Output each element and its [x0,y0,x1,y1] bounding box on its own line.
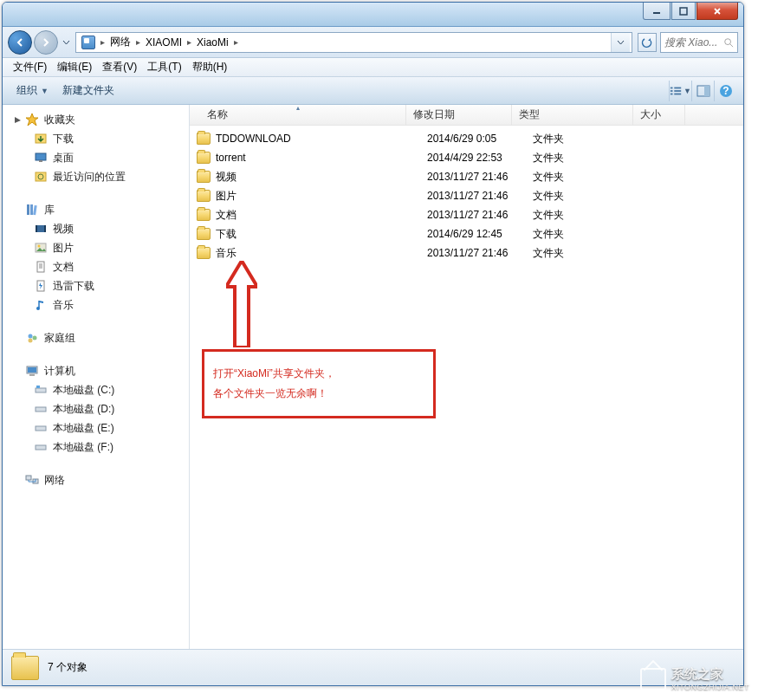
svg-rect-26 [37,262,44,272]
watermark: 系统之家 XITONGZHIJIA.NET [640,666,749,691]
drive-icon [34,402,48,416]
minimize-button[interactable] [643,3,671,20]
new-folder-button[interactable]: 新建文件夹 [55,80,121,101]
window-controls [643,3,743,26]
file-date: 2014/6/29 0:05 [427,133,533,145]
picture-icon [34,241,48,255]
file-date: 2013/11/27 21:46 [427,247,533,259]
file-type: 文件夹 [533,227,654,242]
close-button[interactable] [696,3,738,20]
address-dropdown[interactable] [611,33,630,52]
document-icon [34,260,48,274]
tree-drive-f[interactable]: 本地磁盘 (F:) [3,438,189,457]
svg-rect-8 [674,93,681,94]
tree-documents[interactable]: 文档 [3,257,189,276]
refresh-button[interactable] [638,33,657,52]
tree-computer[interactable]: 计算机 [3,361,189,380]
recent-icon [34,170,48,184]
search-box[interactable] [660,32,738,53]
collapse-icon[interactable] [13,115,23,125]
file-row[interactable]: 音乐2013/11/27 21:46文件夹 [190,243,743,262]
file-date: 2014/6/29 12:45 [427,228,533,240]
svg-rect-38 [36,426,46,431]
svg-rect-6 [674,90,681,92]
svg-rect-5 [671,90,673,92]
address-bar[interactable]: ▸ 网络 ▸ XIAOMI ▸ XiaoMi ▸ [75,32,632,53]
menu-file[interactable]: 文件(F) [8,58,52,76]
folder-icon [11,656,39,680]
svg-rect-40 [26,476,31,480]
tree-favorites[interactable]: 收藏夹 [3,110,189,129]
navigation-pane: 收藏夹 下载 桌面 最近访问的位置 库 视频 图片 文档 迅雷下载 音乐 [3,105,190,649]
preview-pane-button[interactable] [691,81,714,101]
file-row[interactable]: 视频2013/11/27 21:46文件夹 [190,167,743,186]
organize-button[interactable]: 组织 ▼ [10,80,55,101]
history-dropdown[interactable] [60,40,72,45]
column-date[interactable]: 修改日期 [406,105,512,125]
tree-network[interactable]: 网络 [3,470,189,489]
svg-rect-34 [29,374,35,376]
svg-rect-33 [28,367,36,373]
svg-rect-14 [36,153,46,160]
tree-desktop[interactable]: 桌面 [3,148,189,167]
svg-text:?: ? [722,85,729,97]
breadcrumb-xiaomi[interactable]: XiaoMi [193,35,232,50]
column-name[interactable]: 名称 [190,105,406,125]
explorer-window: ▸ 网络 ▸ XIAOMI ▸ XiaoMi ▸ 文件(F) 编辑(E) 查看(… [2,2,744,686]
file-date: 2013/11/27 21:46 [427,209,533,221]
file-row[interactable]: TDDOWNLOAD2014/6/29 0:05文件夹 [190,129,743,148]
drive-icon [34,421,48,435]
status-bar: 7 个对象 [3,649,743,685]
svg-rect-0 [653,12,660,14]
folder-icon [197,133,211,145]
file-view: 名称 修改日期 类型 大小 TDDOWNLOAD2014/6/29 0:05文件… [190,105,743,649]
file-date: 2013/11/27 21:46 [427,171,533,183]
menu-tools[interactable]: 工具(T) [142,58,186,76]
menu-help[interactable]: 帮助(H) [187,58,233,76]
svg-rect-1 [680,8,687,15]
xunlei-icon [34,279,48,293]
tree-libraries[interactable]: 库 [3,200,189,219]
breadcrumb-xiaomi-upper[interactable]: XIAOMI [142,35,185,50]
tree-pictures[interactable]: 图片 [3,238,189,257]
column-size[interactable]: 大小 [633,105,685,125]
breadcrumb-network[interactable]: 网络 [107,33,134,51]
file-name: TDDOWNLOAD [216,133,427,145]
column-headers: 名称 修改日期 类型 大小 [190,105,743,126]
watermark-icon [640,668,666,690]
help-button[interactable]: ? [714,81,736,101]
tree-downloads[interactable]: 下载 [3,129,189,148]
svg-point-28 [36,307,40,310]
column-type[interactable]: 类型 [512,105,633,125]
tree-drive-c[interactable]: 本地磁盘 (C:) [3,380,189,399]
back-button[interactable] [8,30,32,55]
forward-button[interactable] [34,30,58,55]
command-bar: 组织 ▼ 新建文件夹 ▼ ? [3,77,743,105]
computer-icon [25,364,39,378]
menu-edit[interactable]: 编辑(E) [52,58,97,76]
file-row[interactable]: torrent2014/4/29 22:53文件夹 [190,148,743,167]
svg-point-2 [725,38,731,44]
svg-rect-37 [36,407,46,412]
menu-view[interactable]: 查看(V) [97,58,142,76]
tree-music[interactable]: 音乐 [3,295,189,314]
maximize-button[interactable] [671,3,696,20]
svg-rect-7 [671,93,673,94]
svg-rect-22 [36,225,37,232]
desktop-icon [34,151,48,165]
view-options-button[interactable]: ▼ [669,81,691,101]
tree-recent[interactable]: 最近访问的位置 [3,167,189,186]
file-row[interactable]: 下载2014/6/29 12:45文件夹 [190,224,743,243]
tree-videos[interactable]: 视频 [3,219,189,238]
search-input[interactable] [664,36,723,49]
file-row[interactable]: 文档2013/11/27 21:46文件夹 [190,205,743,224]
drive-icon [34,383,48,397]
annotation-line2: 各个文件夹一览无余啊！ [213,384,424,404]
svg-point-25 [38,245,41,248]
file-row[interactable]: 图片2013/11/27 21:46文件夹 [190,186,743,205]
tree-xunlei[interactable]: 迅雷下载 [3,276,189,295]
svg-point-31 [29,339,33,343]
tree-drive-e[interactable]: 本地磁盘 (E:) [3,418,189,438]
tree-homegroup[interactable]: 家庭组 [3,328,189,347]
tree-drive-d[interactable]: 本地磁盘 (D:) [3,399,189,418]
